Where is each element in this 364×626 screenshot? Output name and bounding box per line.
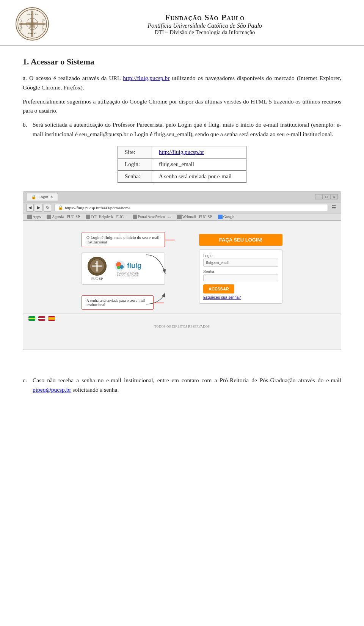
close-button[interactable]: ✕	[330, 194, 338, 199]
header-text-block: Fundação São Paulo Pontifícia Universida…	[61, 13, 349, 36]
bookmark-google[interactable]: Google	[217, 214, 235, 220]
svg-text:SÃO PAULO: SÃO PAULO	[42, 19, 45, 32]
callout1-text: O Login é fluig. mais o inicio do seu e-…	[86, 235, 159, 244]
table-row-login: Login: fluig.seu_email	[118, 158, 246, 170]
bookmark-portal[interactable]: Portal Acadêmico - ...	[132, 214, 172, 220]
credentials-table: Site: http://fluig.pucsp.br Login: fluig…	[118, 146, 246, 183]
login-right-column: FAÇA SEU LOGIN! Login: fluig.seu_email S…	[199, 232, 282, 310]
paragraph-chrome: Preferencialmente sugerimos a utilização…	[23, 97, 341, 116]
bookmark-label: Webmail - PUC-SP	[182, 215, 212, 219]
login-input-display: fluig.seu_email	[203, 259, 278, 267]
main-content: 1. Acessar o Sistema a. O acesso é reali…	[0, 57, 364, 368]
bookmark-label: Apps	[33, 215, 41, 219]
svg-point-17	[117, 266, 120, 269]
copyright-text: TODOS OS DIREITOS RESERVADOS	[153, 323, 211, 330]
forward-button[interactable]: ▶	[35, 204, 42, 212]
bookmark-icon	[177, 215, 182, 219]
site-label: Site:	[118, 146, 152, 158]
bookmarks-bar: Apps Agenda - PUC-SP DTI-Helpdesk - PUC.…	[23, 213, 341, 221]
brazil-flag[interactable]	[28, 316, 35, 321]
bookmark-apps[interactable]: Apps	[26, 214, 42, 220]
bookmark-label: Agenda - PUC-SP	[52, 215, 80, 219]
acessar-button[interactable]: ACESSAR	[203, 284, 234, 293]
site-link[interactable]: http://fluig.pucsp.br	[159, 149, 204, 155]
list-label-c: c.	[23, 376, 31, 395]
fluig-url-link[interactable]: http://fluig.pucsp.br	[123, 75, 169, 81]
bookmark-icon	[86, 215, 90, 219]
senha-label: Senha:	[118, 170, 152, 182]
tab-label: Login	[38, 195, 48, 199]
minimize-button[interactable]: ─	[315, 194, 323, 199]
login-label: Login:	[118, 158, 152, 170]
bookmark-icon	[133, 215, 137, 219]
url-bar[interactable]: 🔒 https://fluig.pucsp.br:8443/portal/hom…	[55, 204, 328, 211]
callout2-text: A senha será enviada para o seu e-mail i…	[86, 298, 145, 307]
senha-value: A senha será enviada por e-mail	[152, 170, 246, 182]
para-c-prefix: Caso não receba a senha no e-mail instit…	[33, 377, 341, 383]
puc-fluig-logo-area: PUC PUC-SP	[82, 253, 165, 285]
list-label-b: b.	[23, 120, 31, 139]
spain-flag[interactable]	[48, 316, 55, 321]
senha-input-display	[203, 275, 278, 281]
puc-label: PUC-SP	[91, 277, 103, 281]
esqueceu-link[interactable]: Esqueceu sua senha?	[203, 295, 278, 300]
svg-text:PAVLVS: PAVLVS	[28, 32, 37, 35]
back-button[interactable]: ◀	[26, 204, 34, 212]
bookmark-label: Google	[223, 215, 234, 219]
svg-point-16	[120, 265, 124, 269]
bookmark-icon	[218, 215, 223, 219]
svg-rect-13	[92, 265, 102, 267]
bookmark-agenda[interactable]: Agenda - PUC-SP	[46, 214, 81, 220]
bookmark-icon	[27, 215, 32, 219]
login-area: O Login é fluig. mais o inicio do seu e-…	[23, 228, 341, 314]
institution-logo: SANCTVS PAVLVS FUNDAÇÃO SÃO PAULO	[15, 7, 49, 41]
bookmark-label: DTI-Helpdesk - PUC...	[91, 215, 126, 219]
bookmark-dti[interactable]: DTI-Helpdesk - PUC...	[85, 214, 127, 220]
login-callout-1: O Login é fluig. mais o inicio do seu e-…	[82, 232, 165, 247]
section-title: 1. Acessar o Sistema	[23, 57, 341, 67]
bottom-section: c. Caso não receba a senha no e-mail ins…	[0, 368, 364, 410]
bookmark-icon	[47, 215, 51, 219]
tab-close-icon[interactable]: ✕	[50, 195, 53, 199]
senha-field-label: Senha:	[203, 270, 278, 274]
para-a-prefix: a. O acesso é realizado através da URL	[23, 75, 123, 81]
para-c-suffix: solicitando a senha.	[71, 386, 119, 393]
usa-flag[interactable]	[38, 316, 45, 321]
table-row-site: Site: http://fluig.pucsp.br	[118, 146, 246, 158]
login-field-label: Login:	[203, 254, 278, 258]
site-value: http://fluig.pucsp.br	[152, 146, 246, 158]
svg-text:FUNDAÇÃO: FUNDAÇÃO	[20, 19, 22, 31]
fluig-tagline: PLATAFORMA DEPRODUTIVIDADE	[117, 271, 139, 277]
browser-page-content: O Login é fluig. mais o inicio do seu e-…	[23, 221, 341, 350]
url-text: https://fluig.pucsp.br:8443/portal/home	[65, 206, 130, 210]
menu-button[interactable]: ☰	[330, 204, 338, 211]
faca-login-button[interactable]: FAÇA SEU LOGIN!	[199, 234, 282, 246]
institution-name: Fundação São Paulo	[61, 13, 349, 22]
login-left-column: O Login é fluig. mais o inicio do seu e-…	[82, 232, 188, 310]
list-text-b: Será solicitada a autenticação do Profes…	[33, 120, 341, 139]
login-value: fluig.seu_email	[152, 158, 246, 170]
maximize-button[interactable]: □	[323, 194, 330, 199]
pipeq-link[interactable]: pipeq@pucsp.br	[33, 386, 71, 393]
para-c-text: Caso não receba a senha no e-mail instit…	[33, 376, 341, 395]
list-item-c: c. Caso não receba a senha no e-mail ins…	[23, 376, 341, 395]
nav-buttons: ◀ ▶ ↻	[26, 204, 51, 212]
fluig-logo-text: fluig	[127, 262, 141, 270]
puc-logo: PUC	[88, 257, 107, 276]
browser-mockup: 🔒 Login ✕ ─ □ ✕ ◀ ▶ ↻ 🔒 https://fluig.pu…	[23, 191, 341, 350]
table-row-senha: Senha: A senha será enviada por e-mail	[118, 170, 246, 182]
tab-favicon: 🔒	[31, 195, 36, 199]
browser-tab[interactable]: 🔒 Login ✕	[26, 193, 58, 201]
window-controls: ─ □ ✕	[315, 194, 338, 199]
refresh-button[interactable]: ↻	[44, 204, 51, 212]
lock-icon: 🔒	[58, 205, 63, 210]
department-name: DTI – Divisão de Tecnologia da Informaçã…	[61, 29, 349, 36]
browser-navbar: ◀ ▶ ↻ 🔒 https://fluig.pucsp.br:8443/port…	[23, 202, 341, 213]
bookmark-label: Portal Acadêmico - ...	[138, 215, 171, 219]
browser-page-footer	[23, 314, 341, 323]
login-callout-2: A senha será enviada para o seu e-mail i…	[82, 295, 154, 310]
bookmark-webmail[interactable]: Webmail - PUC-SP	[176, 214, 213, 220]
university-name: Pontifícia Universidade Católica de São …	[61, 22, 349, 29]
paragraph-a: a. O acesso é realizado através da URL h…	[23, 74, 341, 93]
svg-text:SANCTVS: SANCTVS	[27, 13, 38, 16]
